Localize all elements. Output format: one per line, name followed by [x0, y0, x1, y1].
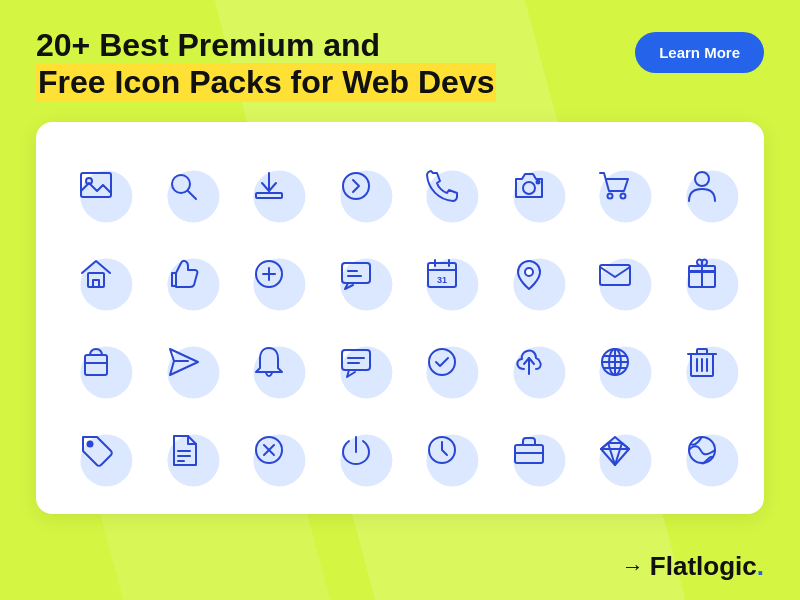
- svg-rect-17: [342, 263, 370, 283]
- svg-rect-13: [93, 280, 99, 287]
- title-line1: 20+ Best Premium and: [36, 28, 496, 63]
- svg-rect-4: [256, 193, 282, 198]
- list-item: [662, 410, 742, 490]
- list-item: [575, 322, 655, 402]
- list-item: [489, 322, 569, 402]
- camera-icon: [508, 165, 550, 207]
- user-icon: [681, 165, 723, 207]
- list-item: [402, 146, 482, 226]
- image-icon: [75, 165, 117, 207]
- svg-point-9: [608, 193, 613, 198]
- download-icon: [248, 165, 290, 207]
- diamond-icon: [594, 429, 636, 471]
- list-item: [56, 322, 136, 402]
- svg-point-37: [429, 349, 455, 375]
- list-item: [143, 322, 223, 402]
- home-icon: [75, 253, 117, 295]
- learn-more-button[interactable]: Learn More: [635, 32, 764, 73]
- list-item: [143, 146, 223, 226]
- svg-point-8: [536, 180, 539, 183]
- list-item: [489, 146, 569, 226]
- list-item: [662, 234, 742, 314]
- clock-icon: [421, 429, 463, 471]
- calendar-icon: 31: [421, 253, 463, 295]
- phone-icon: [421, 165, 463, 207]
- svg-point-66: [689, 437, 715, 463]
- send-icon: [162, 341, 204, 383]
- location-icon: [508, 253, 550, 295]
- svg-point-11: [695, 172, 709, 186]
- x-circle-icon: [248, 429, 290, 471]
- svg-rect-30: [85, 355, 107, 375]
- header: 20+ Best Premium and Free Icon Packs for…: [0, 0, 800, 122]
- svg-point-6: [343, 173, 369, 199]
- list-item: [56, 410, 136, 490]
- list-item: [489, 410, 569, 490]
- list-item: [662, 322, 742, 402]
- list-item: [575, 234, 655, 314]
- svg-point-10: [621, 193, 626, 198]
- list-item: [316, 322, 396, 402]
- brand-name: Flatlogic.: [650, 551, 764, 582]
- list-item: [316, 146, 396, 226]
- bell-icon: [248, 341, 290, 383]
- list-item: [229, 410, 309, 490]
- title-block: 20+ Best Premium and Free Icon Packs for…: [36, 28, 496, 102]
- list-item: [56, 146, 136, 226]
- chat-icon: [335, 341, 377, 383]
- list-item: [143, 410, 223, 490]
- list-item: [316, 234, 396, 314]
- svg-point-25: [525, 268, 533, 276]
- svg-marker-62: [601, 437, 629, 465]
- svg-point-7: [523, 182, 535, 194]
- plus-circle-icon: [248, 253, 290, 295]
- footer: → Flatlogic.: [622, 551, 764, 582]
- arrow-right-circle-icon: [335, 165, 377, 207]
- cloud-upload-icon: [508, 341, 550, 383]
- title-line2: Free Icon Packs for Web Devs: [36, 63, 496, 101]
- briefcase-icon: [508, 429, 550, 471]
- list-item: [575, 146, 655, 226]
- list-item: [662, 146, 742, 226]
- trash-icon: [681, 341, 723, 383]
- list-item: [143, 234, 223, 314]
- thumbsup-icon: [162, 253, 204, 295]
- icons-grid: 31: [56, 146, 744, 490]
- list-item: 31: [402, 234, 482, 314]
- check-circle-icon: [421, 341, 463, 383]
- list-item: [229, 234, 309, 314]
- message-icon: [335, 253, 377, 295]
- list-item: [575, 410, 655, 490]
- svg-rect-26: [600, 265, 630, 285]
- arrow-icon: →: [622, 554, 644, 580]
- earth-icon: [681, 429, 723, 471]
- list-item: [229, 322, 309, 402]
- list-item: [489, 234, 569, 314]
- shopping-bag-icon: [75, 341, 117, 383]
- svg-text:31: 31: [437, 275, 447, 285]
- globe-icon: [594, 341, 636, 383]
- svg-rect-34: [342, 350, 370, 370]
- svg-line-3: [188, 191, 196, 199]
- power-icon: [335, 429, 377, 471]
- gift-icon: [681, 253, 723, 295]
- mail-icon: [594, 253, 636, 295]
- svg-point-51: [88, 441, 93, 446]
- svg-rect-0: [81, 173, 111, 197]
- list-item: [316, 410, 396, 490]
- list-item: [56, 234, 136, 314]
- search-icon: [162, 165, 204, 207]
- icon-card: 31: [36, 122, 764, 514]
- list-item: [402, 410, 482, 490]
- cart-icon: [594, 165, 636, 207]
- list-item: [402, 322, 482, 402]
- svg-rect-47: [697, 349, 707, 354]
- file-icon: [162, 429, 204, 471]
- tag-icon: [75, 429, 117, 471]
- list-item: [229, 146, 309, 226]
